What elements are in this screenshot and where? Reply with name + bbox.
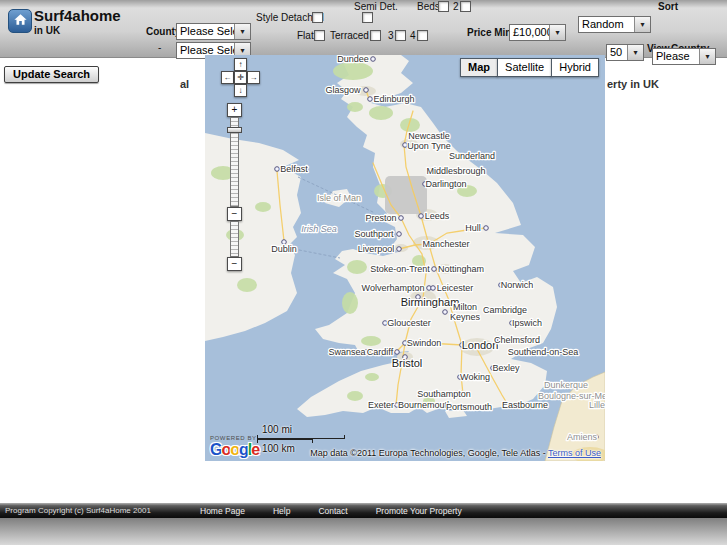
pan-left-icon[interactable]: ← <box>221 71 234 84</box>
beds-2-checkbox[interactable] <box>460 1 471 12</box>
beds-1-checkbox[interactable] <box>438 1 449 12</box>
chevron-down-icon[interactable]: ▾ <box>549 25 565 40</box>
footer-link-contact[interactable]: Contact <box>318 506 347 516</box>
map-label: NewcastleUpon Tyne <box>407 131 450 151</box>
footer-link-home-page[interactable]: Home Page <box>200 506 245 516</box>
map-label: Edinburgh <box>373 94 414 104</box>
map-city-marker <box>371 57 376 62</box>
semi-det-label: Semi Det. <box>354 1 398 12</box>
map-city-marker <box>368 97 373 102</box>
google-letter: o <box>221 441 230 458</box>
map-label: Middlesbrough <box>426 166 485 176</box>
update-search-button[interactable]: Update Search <box>4 66 99 83</box>
view-count-select[interactable]: 50 ▾ <box>606 44 644 61</box>
google-letter: e <box>251 441 259 458</box>
map-label: Glasgow <box>325 85 361 95</box>
terms-of-use-link[interactable]: Terms of Use <box>548 448 601 458</box>
price-min-select-value: £10,000 <box>510 25 549 40</box>
map-city-marker <box>443 310 448 315</box>
sort-select[interactable]: Random ▾ <box>578 16 651 33</box>
map-label: Nottingham <box>438 264 484 274</box>
attribution-text: Map data ©2011 Europa Technologies, Goog… <box>310 448 545 458</box>
brand-tagline: in UK <box>34 25 60 36</box>
beds-3-checkbox[interactable] <box>395 30 406 41</box>
map-type-button-map[interactable]: Map <box>460 58 498 77</box>
pan-center-icon[interactable]: ✛ <box>234 71 247 84</box>
map-label: London <box>462 339 499 351</box>
county-select[interactable]: Please Sele ▾ <box>176 23 251 40</box>
map-label: Belfast <box>280 164 308 174</box>
zoom-slider-handle[interactable] <box>227 127 242 133</box>
pan-up-icon[interactable]: ↑ <box>234 58 247 71</box>
map-label: Wolverhampton <box>362 283 425 293</box>
map-label: Darlington <box>425 179 466 189</box>
google-letter: o <box>230 441 239 458</box>
map-label: Exeter <box>368 400 394 410</box>
beds-2-label: 2 <box>453 1 459 12</box>
flat-label: Flat <box>297 30 314 41</box>
chevron-down-icon[interactable]: ▾ <box>634 17 650 32</box>
map-label: Birmingham <box>401 296 460 308</box>
map-label: Bournemouth <box>398 400 452 410</box>
map-attribution: Map data ©2011 Europa Technologies, Goog… <box>310 448 601 458</box>
google-letter: G <box>210 441 221 458</box>
map-label: Leeds <box>425 211 450 221</box>
map-label: Chelmsford <box>494 335 540 345</box>
map-city-marker <box>395 350 400 355</box>
map-label: Leicester <box>437 283 474 293</box>
footer-link-help[interactable]: Help <box>273 506 290 516</box>
map-label: Dundee <box>337 55 369 64</box>
zoom-out-icon[interactable]: − <box>227 207 242 221</box>
map-city-marker <box>399 216 404 221</box>
map-label: Dublin <box>271 244 297 254</box>
map-city-marker <box>419 214 424 219</box>
map-label: Bexley <box>492 363 520 373</box>
scale-miles-text: 100 mi <box>262 424 345 435</box>
price-min-label: Price Min <box>467 27 511 38</box>
map-city-marker <box>432 267 437 272</box>
map-label: Southport <box>354 229 394 239</box>
map-label: Dunkerque <box>544 380 588 390</box>
beds-4-label: 4 <box>410 30 416 41</box>
map-label: Southend-on-Sea <box>508 347 579 357</box>
footer-link-promote-your-property[interactable]: Promote Your Property <box>376 506 462 516</box>
pan-right-icon[interactable]: → <box>247 71 260 84</box>
dash-text: - <box>158 42 161 53</box>
map-label: Liverpool <box>358 244 395 254</box>
zoom-in-icon[interactable]: + <box>227 103 242 117</box>
zoom-slider-track-secondary[interactable] <box>230 221 239 257</box>
map-label: Eastbourne <box>502 400 548 410</box>
map-city-marker <box>484 226 489 231</box>
beds-4-checkbox[interactable] <box>417 30 428 41</box>
terraced-checkbox[interactable] <box>370 30 381 41</box>
map-pan-control: ↑ ← ✛ → ↓ <box>221 58 260 97</box>
chevron-down-icon[interactable]: ▾ <box>699 49 715 64</box>
footer-bar: Program Copyright (c) Surf4aHome 2001 Ho… <box>0 503 727 518</box>
map-label: MiltonKeynes <box>450 302 481 322</box>
map-label: Amiens <box>567 432 598 442</box>
semi-det-checkbox[interactable] <box>362 12 373 23</box>
style-detached-checkbox[interactable] <box>312 12 323 23</box>
footer-links: Home PageHelpContactPromote Your Propert… <box>200 506 462 516</box>
search-toolbar: Surf4ahome in UK County Please Sele ▾ - … <box>0 0 727 58</box>
price-min-select[interactable]: £10,000 ▾ <box>509 24 566 41</box>
map-label: Preston <box>365 213 396 223</box>
map-type-button-hybrid[interactable]: Hybrid <box>551 58 599 77</box>
chevron-down-icon[interactable]: ▾ <box>627 45 643 60</box>
chevron-down-icon[interactable]: ▾ <box>234 24 250 39</box>
footer-copyright: Program Copyright (c) Surf4aHome 2001 <box>5 506 151 515</box>
flat-checkbox[interactable] <box>314 30 325 41</box>
map-canvas[interactable]: DundeeGlasgowEdinburghNewcastleUpon Tyne… <box>205 55 605 461</box>
map-label: Cambridge <box>483 305 527 315</box>
map-label: Lille <box>589 400 605 410</box>
map-type-button-satellite[interactable]: Satellite <box>497 58 552 77</box>
map-city-marker <box>397 247 402 252</box>
map-label: Portsmouth <box>446 402 492 412</box>
map-label: Stoke-on-Trent <box>370 264 430 274</box>
pan-down-icon[interactable]: ↓ <box>234 84 247 97</box>
google-logo[interactable]: POWERED BY Google <box>210 435 259 458</box>
map-label: Gloucester <box>387 318 431 328</box>
zoom-out-secondary-icon[interactable]: − <box>227 257 242 271</box>
country-select[interactable]: Please ▾ <box>652 48 716 65</box>
terraced-label: Terraced <box>330 30 369 41</box>
